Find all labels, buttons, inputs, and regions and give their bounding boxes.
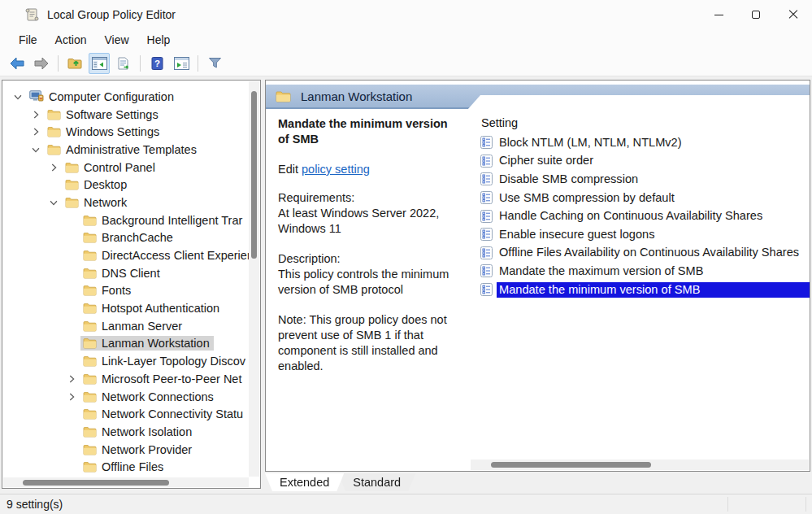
tree-item-network-connections[interactable]: Network Connections — [2, 388, 249, 406]
tree-node[interactable]: DirectAccess Client Experier — [80, 248, 249, 263]
scrollbar-thumb[interactable] — [23, 480, 169, 486]
forward-button[interactable] — [31, 53, 52, 74]
tree-item-offline-files[interactable]: Offline Files — [2, 458, 249, 476]
chevron-right-icon[interactable] — [27, 126, 45, 137]
policy-setting-icon — [480, 246, 493, 259]
tree-node[interactable]: Network Isolation — [80, 425, 196, 439]
scrollbar-thumb[interactable] — [251, 91, 257, 259]
tree-node[interactable]: Lanman Server — [80, 319, 186, 333]
show-window-button[interactable] — [171, 53, 192, 74]
tree-node[interactable]: Lanman Workstation — [80, 336, 214, 351]
tree-node[interactable]: Background Intelligent Trar — [80, 213, 246, 228]
menu-item-file[interactable]: File — [10, 32, 46, 48]
setting-row[interactable]: Cipher suite order — [467, 152, 810, 171]
policy-title: Mandate the minimum version of SMB — [278, 116, 459, 147]
setting-row[interactable]: Offline Files Availability on Continuous… — [467, 244, 810, 263]
tree-item-windows-settings[interactable]: Windows Settings — [2, 123, 249, 141]
tree-item-network-connectivity-statu[interactable]: Network Connectivity Statu — [2, 405, 249, 423]
tree-node[interactable]: Fonts — [80, 283, 135, 298]
tab-extended[interactable]: Extended — [265, 473, 344, 491]
tree-item-branchcache[interactable]: BranchCache — [2, 229, 249, 247]
maximize-button[interactable] — [737, 0, 775, 29]
tree-node[interactable]: DNS Client — [80, 266, 164, 281]
tree-node[interactable]: Microsoft Peer-to-Peer Net — [80, 372, 245, 386]
tree-item-background-intelligent-trar[interactable]: Background Intelligent Trar — [2, 211, 249, 229]
tree-node[interactable]: Control Panel — [63, 160, 159, 175]
tree-item-lanman-server[interactable]: Lanman Server — [2, 317, 249, 335]
setting-row[interactable]: Enable insecure guest logons — [467, 225, 810, 244]
tree-node[interactable]: Desktop — [63, 177, 131, 192]
setting-row[interactable]: Mandate the maximum version of SMB — [467, 262, 810, 281]
setting-row[interactable]: Mandate the minimum version of SMB — [467, 281, 810, 299]
list-horizontal-scrollbar[interactable] — [471, 460, 809, 470]
chevron-down-icon[interactable] — [27, 144, 45, 155]
tree-node[interactable]: Hotspot Authentication — [80, 301, 224, 316]
scrollbar-thumb[interactable] — [491, 462, 651, 468]
up-folder-button[interactable] — [64, 53, 85, 74]
tree-horizontal-scrollbar[interactable] — [3, 477, 249, 487]
help-button[interactable]: ? — [146, 53, 167, 74]
setting-row[interactable]: Use SMB compression by default — [467, 189, 810, 207]
tree-node[interactable]: Windows Settings — [45, 124, 163, 139]
tree-item-administrative-templates[interactable]: Administrative Templates — [2, 141, 249, 159]
setting-label: Handle Caching on Continuous Availabilit… — [497, 208, 766, 224]
chevron-right-icon[interactable] — [27, 109, 45, 120]
policy-setting-link[interactable]: policy setting — [302, 163, 370, 176]
tree-vertical-scrollbar[interactable] — [249, 81, 259, 477]
setting-row[interactable]: Disable SMB compression — [467, 170, 810, 189]
tree-item-label: Lanman Workstation — [102, 337, 210, 350]
menu-item-action[interactable]: Action — [46, 32, 96, 48]
tree-item-desktop[interactable]: Desktop — [2, 176, 249, 194]
tree-node[interactable]: Software Settings — [45, 107, 163, 122]
tree-node[interactable]: Link-Layer Topology Discov — [80, 354, 249, 368]
tree-node[interactable]: Computer Configuration — [27, 89, 178, 104]
gpedit-scroll-icon — [24, 7, 39, 22]
setting-column-header[interactable]: Setting — [467, 114, 810, 133]
setting-label: Block NTLM (LM, NTLM, NTLMv2) — [497, 135, 685, 150]
close-icon — [788, 10, 798, 20]
tree-item-directaccess-client-experier[interactable]: DirectAccess Client Experier — [2, 246, 249, 264]
tree-item-software-settings[interactable]: Software Settings — [2, 106, 249, 124]
chevron-right-icon[interactable] — [45, 162, 63, 173]
tree-item-microsoft-peer-to-peer-net[interactable]: Microsoft Peer-to-Peer Net — [2, 370, 249, 388]
tree-item-network[interactable]: Network — [2, 194, 249, 211]
menu-item-view[interactable]: View — [95, 32, 137, 48]
tree-item-hotspot-authentication[interactable]: Hotspot Authentication — [2, 299, 249, 317]
minimize-button[interactable] — [700, 0, 737, 29]
tree-item-link-layer-topology-discov[interactable]: Link-Layer Topology Discov — [2, 352, 249, 370]
tree-item-lanman-workstation[interactable]: Lanman Workstation — [2, 335, 249, 353]
tree-item-label: Administrative Templates — [66, 143, 197, 156]
chevron-down-icon[interactable] — [45, 197, 63, 208]
setting-row[interactable]: Block NTLM (LM, NTLM, NTLMv2) — [467, 133, 810, 152]
tree-node[interactable]: Network Connections — [80, 390, 218, 404]
tree-node[interactable]: BranchCache — [80, 230, 177, 245]
menu-item-help[interactable]: Help — [138, 32, 180, 48]
tree-item-computer-configuration[interactable]: Computer Configuration — [2, 88, 249, 106]
menu-bar: FileActionViewHelp — [0, 29, 812, 50]
tree-node[interactable]: Network — [63, 195, 131, 210]
chevron-right-icon[interactable] — [63, 373, 80, 385]
tree-node[interactable]: Network Provider — [80, 442, 196, 457]
folder-header-band: Lanman Workstation — [266, 85, 810, 109]
tree-item-dns-client[interactable]: DNS Client — [2, 264, 249, 282]
filter-button[interactable] — [204, 53, 225, 74]
chevron-right-icon[interactable] — [63, 391, 80, 403]
list-tab-shape — [467, 95, 810, 110]
tree-node[interactable]: Offline Files — [80, 460, 167, 474]
tab-standard[interactable]: Standard — [338, 473, 415, 491]
console-tree-toggle-button[interactable] — [89, 53, 110, 74]
tree-item-network-isolation[interactable]: Network Isolation — [2, 423, 249, 441]
tree-item-fonts[interactable]: Fonts — [2, 282, 249, 300]
folder-icon — [83, 355, 97, 367]
setting-row[interactable]: Handle Caching on Continuous Availabilit… — [467, 207, 810, 225]
policy-setting-icon — [480, 210, 493, 223]
chevron-down-icon[interactable] — [9, 91, 27, 102]
tree-item-network-provider[interactable]: Network Provider — [2, 441, 249, 459]
back-button[interactable] — [7, 53, 28, 74]
tree-node[interactable]: Network Connectivity Statu — [80, 407, 247, 421]
tree-node[interactable]: Administrative Templates — [45, 142, 201, 157]
tree-item-label: Microsoft Peer-to-Peer Net — [102, 372, 241, 386]
export-list-button[interactable] — [113, 53, 134, 74]
close-button[interactable] — [775, 0, 812, 29]
tree-item-control-panel[interactable]: Control Panel — [2, 159, 249, 176]
